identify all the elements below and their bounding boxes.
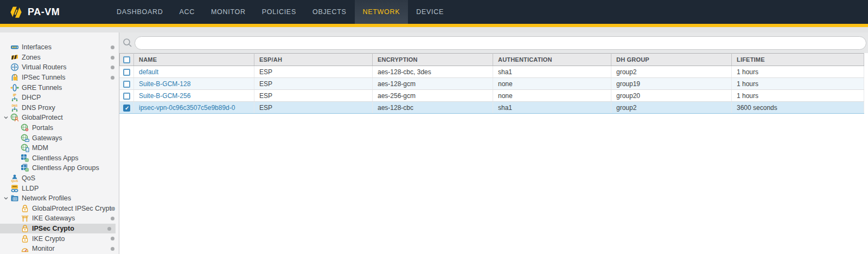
table-header-row: NAMEESP/AHENCRYPTIONAUTHENTICATIONDH GRO…: [120, 54, 864, 66]
ipsec-tunnels-icon: [10, 73, 19, 82]
sidebar-item-dns-proxy[interactable]: DNSDNS Proxy: [0, 103, 119, 113]
nav-tabs: DASHBOARDACCMONITORPOLICIESOBJECTSNETWOR…: [108, 0, 452, 24]
cell-encryption: aes-256-gcm: [373, 90, 493, 102]
profile-name-link[interactable]: Suite-B-GCM-128: [139, 80, 190, 88]
sidebar-item-ike-gateways[interactable]: IKE Gateways: [0, 213, 119, 224]
sidebar-item-clientless-apps[interactable]: Clientless Apps: [0, 153, 119, 164]
search-input[interactable]: [135, 36, 866, 50]
cell-esp_ah: ESP: [254, 102, 373, 114]
select-all-checkbox[interactable]: [123, 56, 130, 63]
cell-esp_ah: ESP: [254, 78, 373, 90]
sidebar-item-interfaces[interactable]: Interfaces: [0, 42, 119, 53]
mdm-icon: [21, 144, 29, 152]
tab-objects[interactable]: OBJECTS: [304, 0, 355, 24]
qos-icon: QoS: [10, 174, 19, 183]
cell-dh_group: group19: [611, 78, 732, 90]
portals-icon: [21, 123, 29, 132]
chevron-down-icon[interactable]: [2, 115, 10, 120]
sidebar-item-label: QoS: [22, 174, 35, 182]
profile-name-link[interactable]: Suite-B-GCM-256: [139, 92, 190, 100]
checkbox-cell: [120, 66, 134, 78]
sidebar-item-lldp[interactable]: LLDP: [0, 183, 119, 193]
virtual-routers-icon: [10, 63, 19, 71]
sidebar-item-dhcp[interactable]: IPDHCP: [0, 93, 119, 103]
table-row[interactable]: Suite-B-GCM-128ESPaes-128-gcmnonegroup19…: [120, 78, 864, 90]
svg-text:IP: IP: [13, 93, 17, 97]
column-header-encryption[interactable]: ENCRYPTION: [373, 54, 493, 66]
cell-authentication: none: [493, 90, 611, 102]
dns-proxy-icon: DNS: [10, 103, 19, 112]
sidebar-item-mdm[interactable]: MDM: [0, 143, 119, 153]
tab-policies[interactable]: POLICIES: [254, 0, 304, 24]
sidebar-item-ike-crypto[interactable]: IKE Crypto: [0, 233, 119, 244]
cell-dh_group: group20: [611, 90, 732, 102]
monitor-icon: [21, 244, 29, 253]
tab-network[interactable]: NETWORK: [355, 0, 409, 24]
checkbox-cell: [120, 78, 134, 90]
row-checkbox[interactable]: [123, 81, 130, 88]
sidebar-item-clientless-app-groups[interactable]: Clientless App Groups: [0, 163, 119, 173]
sidebar-item-qos[interactable]: QoSQoS: [0, 173, 119, 184]
row-checkbox[interactable]: [123, 93, 130, 100]
sidebar-item-gre-tunnels[interactable]: GRE Tunnels: [0, 82, 119, 93]
sidebar-item-label: Zones: [22, 54, 41, 61]
tab-dashboard[interactable]: DASHBOARD: [108, 0, 171, 24]
header-gap: [0, 27, 868, 32]
item-dot: [107, 227, 111, 231]
sidebar-item-gateways[interactable]: Gateways: [0, 133, 119, 143]
sidebar-item-label: Clientless Apps: [32, 154, 78, 162]
item-dot: [111, 247, 114, 251]
brand-name: PA-VM: [28, 6, 60, 18]
sidebar-item-monitor[interactable]: Monitor: [0, 244, 119, 254]
sidebar-item-ipsec-tunnels[interactable]: IPSec Tunnels: [0, 73, 119, 83]
table-row[interactable]: ipsec-vpn-0c96c3507c5e9b89d-0ESPaes-128-…: [120, 102, 864, 114]
table-body: defaultESPaes-128-cbc, 3dessha1group21 h…: [120, 66, 864, 114]
cell-esp_ah: ESP: [254, 90, 373, 102]
cell-name: ipsec-vpn-0c96c3507c5e9b89d-0: [134, 102, 254, 114]
sidebar-item-network-profiles[interactable]: Network Profiles: [0, 193, 119, 204]
sidebar-item-ipsec-crypto[interactable]: IPSec Crypto: [0, 224, 116, 234]
lock-icon: [21, 235, 29, 243]
table-row[interactable]: Suite-B-GCM-256ESPaes-256-gcmnonegroup20…: [120, 90, 864, 102]
item-dot: [111, 66, 114, 69]
network-sidebar: InterfacesZonesVirtual RoutersIPSec Tunn…: [0, 32, 119, 254]
search-bar: [119, 32, 868, 53]
sidebar-item-globalprotect-ipsec-crypto[interactable]: GlobalProtect IPSec Crypto: [0, 204, 119, 214]
cell-encryption: aes-128-gcm: [373, 78, 493, 90]
sidebar-list: InterfacesZonesVirtual RoutersIPSec Tunn…: [0, 42, 119, 253]
sidebar-item-label: IPSec Tunnels: [22, 74, 66, 81]
column-header-name[interactable]: NAME: [134, 54, 254, 66]
item-dot: [111, 45, 114, 49]
sidebar-item-label: IKE Crypto: [32, 235, 65, 243]
sidebar-item-zones[interactable]: Zones: [0, 53, 119, 63]
paloalto-logo-icon: [9, 5, 23, 19]
sidebar-item-label: Clientless App Groups: [32, 164, 99, 172]
table-row[interactable]: defaultESPaes-128-cbc, 3dessha1group21 h…: [120, 66, 864, 78]
column-header-authentication[interactable]: AUTHENTICATION: [493, 54, 611, 66]
item-dot: [111, 207, 114, 211]
sidebar-item-virtual-routers[interactable]: Virtual Routers: [0, 62, 119, 73]
svg-text:DNS: DNS: [12, 103, 18, 107]
tab-monitor[interactable]: MONITOR: [203, 0, 254, 24]
column-header-lifetime[interactable]: LIFETIME: [732, 54, 864, 66]
profile-name-link[interactable]: ipsec-vpn-0c96c3507c5e9b89d-0: [139, 104, 235, 112]
column-header-dh-group[interactable]: DH GROUP: [611, 54, 732, 66]
cell-lifetime: 1 hours: [732, 90, 864, 102]
cell-dh_group: group2: [611, 102, 732, 114]
item-dot: [111, 217, 114, 220]
tab-acc[interactable]: ACC: [171, 0, 203, 24]
top-navbar: PA-VM DASHBOARDACCMONITORPOLICIESOBJECTS…: [0, 0, 868, 24]
row-checkbox[interactable]: [123, 69, 130, 76]
sidebar-item-label: Monitor: [32, 245, 55, 252]
sidebar-item-label: GlobalProtect IPSec Crypto: [32, 205, 115, 212]
gre-tunnels-icon: [10, 83, 19, 92]
profile-name-link[interactable]: default: [139, 68, 158, 76]
row-checkbox[interactable]: [123, 105, 130, 112]
cell-name: default: [134, 66, 254, 78]
item-dot: [111, 237, 114, 240]
tab-device[interactable]: DEVICE: [408, 0, 452, 24]
column-header-esp-ah[interactable]: ESP/AH: [254, 54, 373, 66]
chevron-down-icon[interactable]: [2, 196, 10, 201]
sidebar-item-portals[interactable]: Portals: [0, 123, 119, 133]
sidebar-item-globalprotect[interactable]: GlobalProtect: [0, 113, 119, 123]
